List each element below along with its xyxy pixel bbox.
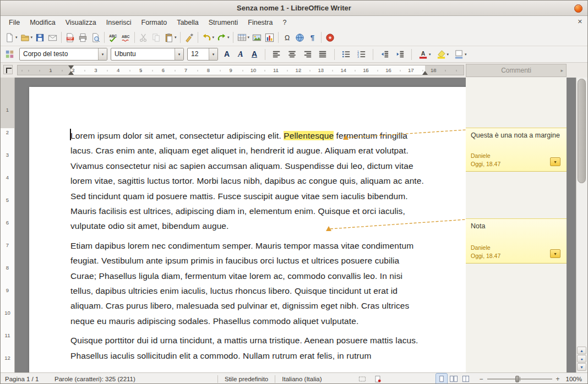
align-center-button[interactable]: [286, 48, 298, 61]
paragraph[interactable]: Lorem ipsum dolor sit amet, consectetur …: [70, 128, 426, 234]
insert-special-character-button[interactable]: Ω: [281, 31, 293, 44]
document-modified-button[interactable]: [372, 374, 383, 384]
document-page[interactable]: Lorem ipsum dolor sit amet, consectetur …: [29, 87, 466, 372]
language-status[interactable]: Italiano (Italia): [277, 376, 326, 382]
right-indent-marker[interactable]: [422, 71, 428, 75]
single-page-view-button[interactable]: [436, 374, 447, 384]
comment-menu-button[interactable]: ▾: [550, 157, 560, 166]
tab-stop-selector[interactable]: [3, 65, 13, 74]
highlighting-color-button[interactable]: ▾: [435, 48, 450, 61]
zoom-slider[interactable]: [487, 375, 552, 383]
font-color-button[interactable]: A▾: [417, 48, 432, 61]
window-close-button[interactable]: [574, 4, 582, 13]
menu-inserisci[interactable]: Inserisci: [101, 17, 137, 28]
comment-menu-button[interactable]: ▾: [550, 249, 560, 258]
open-button[interactable]: ▾: [19, 31, 34, 44]
bold-button[interactable]: A: [221, 48, 232, 61]
underline-button[interactable]: A: [249, 48, 260, 61]
navigation-button[interactable]: ●: [577, 355, 586, 363]
left-indent-marker[interactable]: [68, 71, 74, 75]
export-pdf-button[interactable]: PDF: [64, 31, 77, 44]
title-bar[interactable]: Senza nome 1 - LibreOffice Writer: [1, 1, 587, 16]
menu-visualizza[interactable]: Visualizza: [61, 17, 101, 28]
comments-header-button[interactable]: Commenti ▸: [466, 64, 567, 77]
comment-note[interactable]: Questa è una nota a margine Daniele Oggi…: [466, 128, 567, 172]
insert-hyperlink-button[interactable]: [293, 31, 306, 44]
dropdown-caret[interactable]: ▾: [447, 52, 449, 57]
spelling-button[interactable]: ABC: [107, 31, 119, 44]
comment-highlight[interactable]: Pellentesque: [284, 131, 334, 140]
font-size-dropdown-icon[interactable]: ▾: [209, 48, 217, 60]
book-view-button[interactable]: [460, 374, 471, 384]
ordered-list-button[interactable]: 123: [355, 48, 368, 61]
menu-aiuto[interactable]: ?: [277, 17, 291, 28]
comment-text[interactable]: Questa è una nota a margine: [471, 131, 562, 139]
dropdown-caret[interactable]: ▾: [31, 35, 33, 40]
print-button[interactable]: [77, 31, 89, 44]
print-preview-button[interactable]: [89, 31, 102, 44]
paragraph[interactable]: Etiam dapibus lorem nec condimentum semp…: [70, 238, 426, 328]
menu-file[interactable]: File: [4, 17, 25, 28]
unordered-list-button[interactable]: [340, 48, 352, 61]
page-number-status[interactable]: Pagina 1 / 1: [1, 376, 50, 382]
menu-tabella[interactable]: Tabella: [172, 17, 204, 28]
dropdown-caret[interactable]: ▾: [429, 52, 431, 57]
vertical-scrollbar[interactable]: ▲ ● ▼: [576, 78, 587, 372]
increase-indent-button[interactable]: [394, 48, 406, 61]
menu-strumenti[interactable]: Strumenti: [204, 17, 243, 28]
multi-page-view-button[interactable]: [448, 374, 459, 384]
menu-finestra[interactable]: Finestra: [243, 17, 277, 28]
paragraph-style-combo[interactable]: Corpo del testo ▾: [19, 48, 107, 61]
italic-button[interactable]: A: [235, 48, 246, 61]
paragraph-style-dropdown-icon[interactable]: ▾: [98, 48, 107, 60]
zoom-in-button[interactable]: +: [554, 375, 562, 383]
dropdown-caret[interactable]: ▾: [213, 35, 215, 40]
horizontal-ruler[interactable]: 123456789101112131415161718: [17, 65, 464, 75]
zoom-level[interactable]: 100%: [562, 376, 587, 382]
menu-formato[interactable]: Formato: [137, 17, 172, 28]
paste-button[interactable]: ▾: [162, 31, 178, 44]
decrease-indent-button[interactable]: [378, 48, 391, 61]
comment-text[interactable]: Nota: [471, 222, 562, 230]
insert-image-button[interactable]: [251, 31, 263, 44]
justify-button[interactable]: [317, 48, 329, 61]
dropdown-caret[interactable]: ▾: [465, 52, 467, 57]
paragraph-background-button[interactable]: ▾: [453, 48, 468, 61]
scrollbar-thumb[interactable]: [578, 79, 586, 183]
font-name-dropdown-icon[interactable]: ▾: [175, 48, 183, 60]
page-style-status[interactable]: Stile predefinito: [220, 376, 273, 382]
align-right-button[interactable]: [301, 48, 314, 61]
close-document-button[interactable]: ✕: [578, 18, 582, 25]
align-left-button[interactable]: [270, 48, 283, 61]
font-size-combo[interactable]: 12 ▾: [187, 48, 218, 61]
dropdown-caret[interactable]: ▾: [175, 35, 177, 40]
word-count-status[interactable]: Parole (caratteri): 325 (2211): [50, 376, 215, 382]
font-name-combo[interactable]: Ubuntu ▾: [111, 48, 184, 61]
dropdown-caret[interactable]: ▾: [227, 35, 230, 40]
styles-panel-button[interactable]: [3, 48, 16, 61]
new-document-button[interactable]: ▾: [3, 31, 19, 44]
menu-modifica[interactable]: Modifica: [25, 17, 61, 28]
vertical-ruler[interactable]: 123456789101112: [1, 78, 15, 372]
formatting-marks-button[interactable]: ¶: [306, 31, 319, 44]
email-document-button[interactable]: [46, 31, 59, 44]
auto-spellcheck-button[interactable]: ABC: [119, 31, 132, 44]
dropdown-caret[interactable]: ▾: [248, 35, 250, 40]
save-button[interactable]: [34, 31, 46, 44]
clone-formatting-button[interactable]: [183, 31, 195, 44]
paragraph[interactable]: Quisque porttitor dui id urna tincidunt,…: [70, 333, 426, 363]
gallery-button[interactable]: [324, 31, 336, 44]
zoom-slider-thumb[interactable]: [515, 376, 519, 382]
insert-chart-button[interactable]: [263, 31, 276, 44]
first-line-indent-marker[interactable]: [68, 65, 74, 69]
dropdown-caret[interactable]: ▾: [15, 35, 18, 40]
zoom-out-button[interactable]: −: [478, 375, 485, 383]
redo-button[interactable]: ▾: [215, 31, 231, 44]
comment-note[interactable]: Nota Daniele Oggi, 18.47 ▾: [466, 218, 567, 264]
previous-page-button[interactable]: ▲: [577, 347, 586, 354]
next-page-button[interactable]: ▼: [577, 363, 586, 371]
undo-button[interactable]: ▾: [200, 31, 216, 44]
document-text[interactable]: Lorem ipsum dolor sit amet, consectetur …: [70, 128, 426, 367]
comments-collapse-icon[interactable]: ▸: [560, 68, 563, 73]
selection-mode-button[interactable]: [357, 374, 368, 384]
